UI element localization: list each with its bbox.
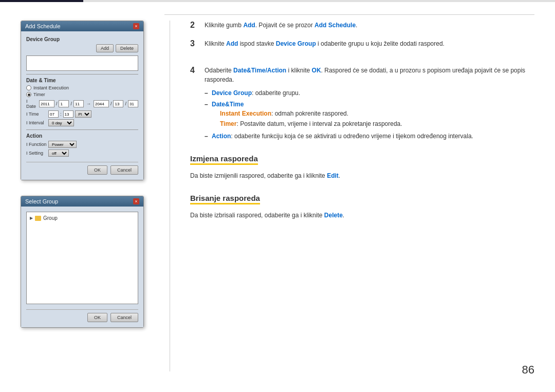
- page-number: 86: [522, 363, 534, 377]
- bullet3-content: Action: odaberite funkciju koja će se ak…: [212, 132, 473, 141]
- ok-button[interactable]: OK: [87, 165, 107, 175]
- instant-label: Instant Execution: [33, 85, 69, 90]
- time-label: I Time: [26, 111, 47, 117]
- sub-timer: Timer: Postavite datum, vrijeme i interv…: [220, 119, 402, 128]
- add-schedule-title: Add Schedule: [25, 23, 61, 29]
- select-group-dialog: Select Group × ▶ Group OK Cancel: [21, 196, 144, 328]
- step4-text: Odaberite Date&Time/Action i kliknite OK…: [205, 66, 534, 84]
- instant-radio[interactable]: [26, 85, 31, 90]
- device-group-listbox[interactable]: [26, 55, 138, 71]
- delete-btn[interactable]: Delete: [116, 44, 138, 52]
- step4-number: 4: [190, 66, 200, 75]
- step2-block: 2 Kliknite gumb Add. Pojavit će se prozo…: [190, 21, 534, 30]
- timer-row: Timer: [26, 92, 138, 97]
- tree-root-label: Group: [43, 215, 58, 221]
- interval-row: I Interval 0 day 1 day 1 week: [26, 119, 138, 126]
- sub-instant: Instant Execution: odmah pokrenite raspo…: [220, 109, 402, 118]
- select-group-close[interactable]: ×: [133, 198, 139, 204]
- sg-cancel-button[interactable]: Cancel: [110, 313, 138, 322]
- group-tree[interactable]: ▶ Group: [26, 212, 138, 304]
- left-column: Add Schedule × Device Group Add Delete D…: [21, 21, 164, 343]
- step2-number: 2: [190, 21, 200, 30]
- folder-icon: [35, 216, 41, 221]
- izmjena-text: Da biste izmijenili raspored, odaberite …: [190, 171, 534, 180]
- date-from-year[interactable]: [39, 100, 54, 107]
- tree-root-item: ▶ Group: [30, 215, 135, 221]
- bullet-list: – Device Group: odaberite grupu. – Date&…: [205, 88, 534, 141]
- izmjena-edit: Edit: [327, 172, 339, 179]
- select-group-body: ▶ Group OK Cancel: [21, 207, 143, 327]
- date-label: I Date: [26, 99, 38, 109]
- top-accent-bar: [0, 0, 555, 2]
- brisanje-heading: Brisanje rasporeda: [190, 194, 260, 204]
- step3-block: 3 Kliknite Add ispod stavke Device Group…: [190, 39, 534, 48]
- step3-add: Add: [226, 40, 238, 47]
- bullet1-content: Device Group: odaberite grupu.: [212, 88, 300, 98]
- step3-number: 3: [190, 39, 200, 48]
- setting-row: I Setting off on: [26, 150, 138, 157]
- izmjena-section: Izmjena rasporeda Da biste izmijenili ra…: [190, 149, 534, 180]
- bullet2-label: Date&Time: [212, 101, 244, 108]
- bullet-device-group: – Device Group: odaberite grupu.: [205, 88, 534, 98]
- bullet-action: – Action: odaberite funkciju koja će se …: [205, 132, 534, 141]
- separator2: [26, 129, 138, 130]
- add-schedule-body: Device Group Add Delete Date & Time Inst…: [21, 31, 143, 180]
- select-group-titlebar: Select Group ×: [21, 196, 143, 207]
- select-group-footer: OK Cancel: [26, 309, 138, 322]
- function-label: I Function: [26, 142, 47, 147]
- cancel-button[interactable]: Cancel: [110, 165, 138, 175]
- step-spacer: [190, 58, 534, 66]
- add-schedule-dialog: Add Schedule × Device Group Add Delete D…: [21, 21, 144, 180]
- time-ampm[interactable]: PM AM: [75, 110, 91, 118]
- bullet3-dash: –: [205, 132, 209, 141]
- date-to-month[interactable]: [113, 100, 123, 107]
- setting-label: I Setting: [26, 151, 47, 156]
- add-schedule-titlebar: Add Schedule ×: [21, 21, 143, 31]
- time-minute[interactable]: [63, 110, 73, 118]
- sg-ok-button[interactable]: OK: [87, 313, 107, 322]
- timer-radio[interactable]: [26, 92, 31, 97]
- bullet3-label: Action: [212, 133, 231, 140]
- function-select[interactable]: Power Volume: [48, 141, 77, 148]
- timer-label: Timer: [33, 92, 45, 97]
- brisanje-text: Da biste izbrisali raspored, odaberite g…: [190, 211, 534, 220]
- bullet2-dash: –: [205, 100, 209, 109]
- setting-select[interactable]: off on: [48, 150, 69, 157]
- right-column: 2 Kliknite gumb Add. Pojavit će se prozo…: [190, 21, 534, 220]
- brisanje-delete: Delete: [324, 212, 343, 219]
- bullet-datetime: – Date&Time Instant Execution: odmah pok…: [205, 100, 534, 129]
- date-to-year[interactable]: [94, 100, 109, 107]
- step2-text: Kliknite gumb Add. Pojavit će se prozor …: [205, 21, 357, 30]
- add-btn[interactable]: Add: [96, 44, 114, 52]
- date-to-day[interactable]: [128, 100, 138, 107]
- instant-execution-row: Instant Execution: [26, 85, 138, 90]
- tree-arrow: ▶: [30, 216, 33, 220]
- step4-ok: OK: [312, 67, 321, 74]
- interval-label: I Interval: [26, 120, 47, 125]
- add-schedule-close[interactable]: ×: [133, 23, 139, 29]
- step4-datetime: Date&Time/Action: [233, 67, 286, 74]
- time-hour[interactable]: [48, 110, 59, 118]
- add-schedule-buttons: Add Delete: [26, 44, 138, 52]
- date-from-month[interactable]: [59, 100, 69, 107]
- date-time-label: Date & Time: [26, 78, 138, 83]
- date-row: I Date / / → / /: [26, 99, 138, 109]
- timer-label: Timer: [220, 120, 236, 127]
- step3-text: Kliknite Add ispod stavke Device Group i…: [205, 39, 445, 48]
- add-schedule-footer: OK Cancel: [26, 162, 138, 175]
- step4-block: 4 Odaberite Date&Time/Action i kliknite …: [190, 66, 534, 141]
- bullet1-dash: –: [205, 88, 209, 98]
- step3-device-group: Device Group: [276, 40, 316, 47]
- time-row: I Time : PM AM: [26, 110, 138, 118]
- izmjena-heading: Izmjena rasporeda: [190, 154, 258, 165]
- date-from-day[interactable]: [73, 100, 84, 107]
- top-horizontal-line: [164, 14, 534, 15]
- step2-add: Add: [243, 22, 255, 29]
- instant-label: Instant Execution: [220, 110, 271, 117]
- brisanje-section: Brisanje rasporeda Da biste izbrisali ra…: [190, 189, 534, 220]
- interval-select[interactable]: 0 day 1 day 1 week: [48, 119, 74, 126]
- function-row: I Function Power Volume: [26, 141, 138, 148]
- bullet1-label: Device Group: [212, 89, 252, 97]
- vertical-divider: [170, 21, 170, 371]
- bullet2-content: Date&Time Instant Execution: odmah pokre…: [212, 100, 402, 129]
